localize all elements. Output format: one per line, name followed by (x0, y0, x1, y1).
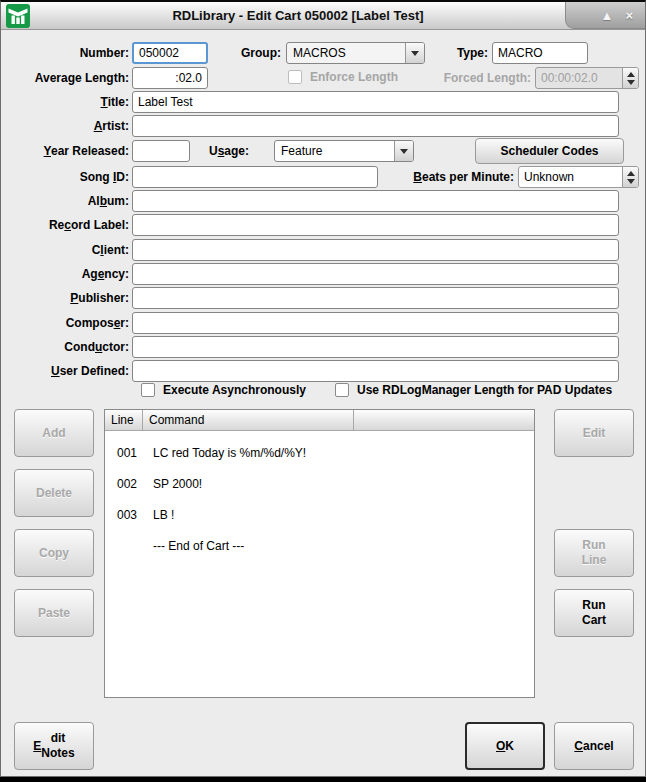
column-header-line[interactable]: Line (105, 410, 143, 431)
titlebar-button-group: ▲ × (565, 2, 645, 29)
pad-updates-checkbox[interactable] (335, 383, 349, 397)
run-cart-button[interactable]: Run Cart (554, 589, 634, 637)
beats-per-minute-value: Unknown (519, 167, 622, 187)
window-title: RDLibrary - Edit Cart 050002 [Label Test… (41, 2, 555, 30)
title-label: Title: (4, 91, 129, 113)
average-length-label: Average Length: (4, 67, 129, 89)
artist-input[interactable] (132, 115, 619, 137)
publisher-label: Publisher: (4, 287, 129, 309)
record-label-label: Record Label: (4, 214, 129, 236)
group-label: Group: (181, 42, 281, 64)
number-label: Number: (4, 42, 129, 64)
table-header: Line Command (105, 410, 534, 431)
client-input[interactable] (132, 239, 619, 261)
average-length-input[interactable] (132, 67, 208, 89)
forced-length-spinner[interactable]: 00:00:02.0 (535, 67, 639, 89)
conductor-input[interactable] (132, 336, 619, 358)
agency-input[interactable] (132, 263, 619, 285)
song-id-input[interactable] (132, 166, 378, 188)
artist-label: Artist: (4, 115, 129, 137)
table-row[interactable]: 003 LB ! (105, 499, 534, 530)
title-input[interactable] (132, 91, 619, 113)
paste-button[interactable]: Paste (14, 589, 94, 637)
forced-length-label: Forced Length: (439, 67, 531, 89)
command-text: LB ! (143, 508, 174, 522)
ok-button[interactable]: OK (465, 722, 545, 770)
user-defined-label: User Defined: (4, 360, 129, 382)
song-id-label: Song ID: (4, 166, 129, 188)
line-number: 002 (105, 477, 143, 491)
line-number: 001 (105, 446, 143, 460)
album-label: Album: (4, 190, 129, 212)
table-row[interactable]: 002 SP 2000! (105, 468, 534, 499)
group-select[interactable]: MACROS (286, 42, 425, 64)
enforce-length-checkbox[interactable] (288, 70, 302, 84)
record-label-input[interactable] (132, 214, 619, 236)
delete-button[interactable]: Delete (14, 469, 94, 517)
beats-per-minute-label: Beats per Minute: (397, 166, 514, 188)
edit-cart-window: RDLibrary - Edit Cart 050002 [Label Test… (0, 0, 646, 777)
edit-button[interactable]: Edit (554, 409, 634, 457)
composer-label: Composer: (4, 312, 129, 334)
scheduler-codes-button[interactable]: Scheduler Codes (475, 138, 624, 164)
agency-label: Agency: (4, 263, 129, 285)
column-header-command[interactable]: Command (143, 410, 354, 431)
usage-label: Usage: (171, 140, 249, 162)
composer-input[interactable] (132, 312, 619, 334)
command-text: SP 2000! (143, 477, 202, 491)
pad-updates-label: Use RDLogManager Length for PAD Updates (357, 382, 612, 398)
add-button[interactable]: Add (14, 409, 94, 457)
execute-async-checkbox[interactable] (141, 383, 155, 397)
table-row[interactable]: --- End of Cart --- (105, 530, 534, 561)
usage-select[interactable]: Feature (274, 140, 414, 162)
type-label: Type: (411, 42, 488, 64)
shade-window-icon[interactable]: ▲ (601, 9, 614, 22)
group-value: MACROS (287, 43, 405, 63)
type-input[interactable] (492, 42, 588, 64)
publisher-input[interactable] (132, 287, 619, 309)
command-text: LC red Today is %m/%d/%Y! (143, 446, 306, 460)
chevron-down-icon (394, 141, 413, 161)
cancel-button[interactable]: Cancel (554, 722, 634, 770)
beats-per-minute-spinner[interactable]: Unknown (518, 166, 639, 188)
command-text: --- End of Cart --- (143, 539, 244, 553)
copy-button[interactable]: Copy (14, 529, 94, 577)
column-header-empty[interactable] (354, 410, 534, 431)
table-row[interactable]: 001 LC red Today is %m/%d/%Y! (105, 437, 534, 468)
user-defined-input[interactable] (132, 360, 619, 382)
execute-async-label: Execute Asynchronously (163, 382, 306, 398)
forced-length-value: 00:00:02.0 (536, 68, 622, 88)
run-line-button[interactable]: Run Line (554, 529, 634, 577)
album-input[interactable] (132, 190, 619, 212)
enforce-length-label: Enforce Length (310, 69, 398, 85)
spinner-arrows-icon[interactable] (622, 68, 638, 88)
edit-notes-button[interactable]: Edit Notes (14, 722, 94, 770)
client-label: Client: (4, 239, 129, 261)
rivendell-logo-icon (6, 4, 30, 28)
macro-command-list[interactable]: Line Command 001 LC red Today is %m/%d/%… (104, 409, 535, 698)
close-window-icon[interactable]: × (625, 9, 633, 22)
line-number: 003 (105, 508, 143, 522)
year-released-label: Year Released: (4, 140, 129, 162)
spinner-arrows-icon[interactable] (622, 167, 638, 187)
usage-value: Feature (275, 141, 394, 161)
conductor-label: Conductor: (4, 336, 129, 358)
titlebar[interactable]: RDLibrary - Edit Cart 050002 [Label Test… (1, 2, 645, 30)
